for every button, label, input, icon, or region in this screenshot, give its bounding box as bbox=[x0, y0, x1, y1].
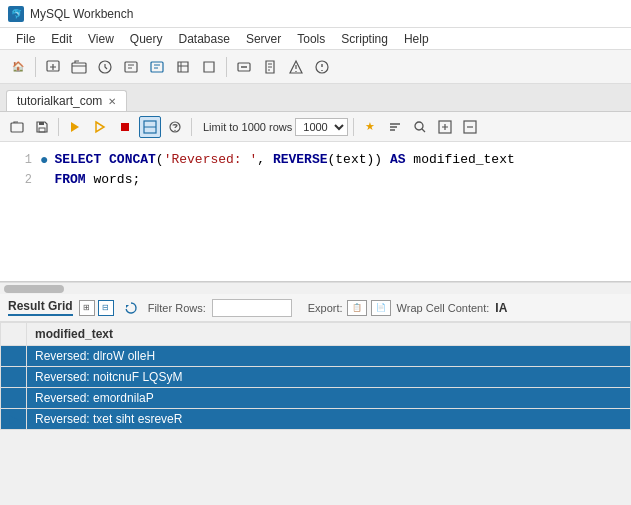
tb-btn4[interactable] bbox=[119, 55, 143, 79]
app-icon: 🐬 bbox=[8, 6, 24, 22]
menu-scripting[interactable]: Scripting bbox=[333, 30, 396, 48]
menu-file[interactable]: File bbox=[8, 30, 43, 48]
toggle-output-button[interactable] bbox=[139, 116, 161, 138]
tb-btn9[interactable] bbox=[258, 55, 282, 79]
line-content-2: FROM words; bbox=[54, 170, 140, 190]
editor-empty-space[interactable] bbox=[0, 190, 631, 270]
query-toolbar: Limit to 1000 rows 1000 500 200 100 ★ bbox=[0, 112, 631, 142]
menu-view[interactable]: View bbox=[80, 30, 122, 48]
export-csv-icon[interactable]: 📋 bbox=[347, 300, 367, 316]
result-grid-tab[interactable]: Result Grid bbox=[8, 299, 73, 316]
tb-btn10[interactable] bbox=[284, 55, 308, 79]
svg-rect-9 bbox=[39, 122, 44, 125]
export-label: Export: bbox=[308, 302, 343, 314]
result-row-1[interactable]: Reversed: dlroW olleH bbox=[1, 346, 631, 367]
result-cell-3: Reversed: emordnilaP bbox=[27, 388, 631, 409]
filter-rows-input[interactable] bbox=[212, 299, 292, 317]
form-icon[interactable]: ⊟ bbox=[98, 300, 114, 316]
column-header-modified-text: modified_text bbox=[27, 323, 631, 346]
execute-selection-button[interactable] bbox=[89, 116, 111, 138]
grid-icon[interactable]: ⊞ bbox=[79, 300, 95, 316]
tb-btn7[interactable] bbox=[197, 55, 221, 79]
tab-close-button[interactable]: ✕ bbox=[108, 96, 116, 107]
qt-sep-2 bbox=[191, 118, 192, 136]
menu-database[interactable]: Database bbox=[171, 30, 238, 48]
result-panel: Result Grid ⊞ ⊟ Filter Rows: Export: 📋 📄… bbox=[0, 294, 631, 430]
row-number-header bbox=[1, 323, 27, 346]
svg-rect-8 bbox=[39, 128, 45, 132]
home-button[interactable]: 🏠 bbox=[6, 55, 30, 79]
title-bar: 🐬 MySQL Workbench bbox=[0, 0, 631, 28]
stop-button[interactable] bbox=[114, 116, 136, 138]
menu-help[interactable]: Help bbox=[396, 30, 437, 48]
toolbar-separator-1 bbox=[35, 57, 36, 77]
scroll-thumb-horizontal[interactable] bbox=[4, 285, 64, 293]
tb-btn8[interactable] bbox=[232, 55, 256, 79]
line-number-2: 2 bbox=[8, 170, 32, 190]
export-other-icon[interactable]: 📄 bbox=[371, 300, 391, 316]
menu-edit[interactable]: Edit bbox=[43, 30, 80, 48]
result-cell-4: Reversed: txet siht esreveR bbox=[27, 409, 631, 430]
menu-query[interactable]: Query bbox=[122, 30, 171, 48]
row-indicator-2 bbox=[1, 367, 27, 388]
filter-rows-label: Filter Rows: bbox=[148, 302, 206, 314]
row-indicator-4: ▶ bbox=[1, 409, 27, 430]
new-connection-button[interactable] bbox=[41, 55, 65, 79]
query-tab[interactable]: tutorialkart_com ✕ bbox=[6, 90, 127, 111]
svg-point-16 bbox=[415, 122, 423, 130]
svg-rect-3 bbox=[125, 62, 137, 72]
bookmark-button[interactable]: ★ bbox=[359, 116, 381, 138]
execute-button[interactable] bbox=[64, 116, 86, 138]
app-title: MySQL Workbench bbox=[30, 7, 133, 21]
row-indicator-3 bbox=[1, 388, 27, 409]
export-section: Export: 📋 📄 bbox=[308, 300, 391, 316]
result-row-2[interactable]: Reversed: noitcnuF LQSyM bbox=[1, 367, 631, 388]
svg-rect-1 bbox=[72, 63, 86, 73]
wrap-cell-icon[interactable]: IA bbox=[495, 301, 507, 315]
limit-select-dropdown[interactable]: 1000 500 200 100 bbox=[295, 118, 348, 136]
result-tab-icons: ⊞ ⊟ bbox=[79, 300, 114, 316]
refresh-result-button[interactable] bbox=[120, 297, 142, 319]
limit-label: Limit to 1000 rows bbox=[203, 121, 292, 133]
main-toolbar: 🏠 bbox=[0, 50, 631, 84]
line-indicator-1: ● bbox=[40, 150, 48, 170]
editor-scrollbar-horizontal[interactable] bbox=[0, 282, 631, 294]
toolbar-separator-2 bbox=[226, 57, 227, 77]
tb-btn6[interactable] bbox=[171, 55, 195, 79]
format-button[interactable] bbox=[384, 116, 406, 138]
tab-label: tutorialkart_com bbox=[17, 94, 102, 108]
limit-rows-control: Limit to 1000 rows 1000 500 200 100 bbox=[203, 118, 348, 136]
svg-point-15 bbox=[174, 129, 175, 130]
tab-bar: tutorialkart_com ✕ bbox=[0, 84, 631, 112]
menu-tools[interactable]: Tools bbox=[289, 30, 333, 48]
tb-btn5[interactable] bbox=[145, 55, 169, 79]
qt-sep-3 bbox=[353, 118, 354, 136]
svg-rect-4 bbox=[151, 62, 163, 72]
svg-marker-11 bbox=[96, 122, 104, 132]
svg-rect-12 bbox=[121, 123, 129, 131]
sql-editor[interactable]: 1 ● SELECT CONCAT('Reversed: ', REVERSE(… bbox=[0, 142, 631, 282]
qt-sep-1 bbox=[58, 118, 59, 136]
svg-marker-19 bbox=[126, 305, 129, 308]
result-cell-1: Reversed: dlroW olleH bbox=[27, 346, 631, 367]
explain-button[interactable] bbox=[164, 116, 186, 138]
result-table: modified_text Reversed: dlroW olleH Reve… bbox=[0, 322, 631, 430]
tb-btn11[interactable] bbox=[310, 55, 334, 79]
open-file-button[interactable] bbox=[6, 116, 28, 138]
wrap-cell-label: Wrap Cell Content: bbox=[397, 302, 490, 314]
collapse-button[interactable] bbox=[434, 116, 456, 138]
result-row-3[interactable]: Reversed: emordnilaP bbox=[1, 388, 631, 409]
row-indicator-1 bbox=[1, 346, 27, 367]
expand-button[interactable] bbox=[459, 116, 481, 138]
menu-server[interactable]: Server bbox=[238, 30, 289, 48]
editor-line-1: 1 ● SELECT CONCAT('Reversed: ', REVERSE(… bbox=[0, 150, 631, 170]
search-button[interactable] bbox=[409, 116, 431, 138]
result-cell-2: Reversed: noitcnuF LQSyM bbox=[27, 367, 631, 388]
line-content-1: SELECT CONCAT('Reversed: ', REVERSE(text… bbox=[54, 150, 514, 170]
line-number-1: 1 bbox=[8, 150, 32, 170]
tb-btn3[interactable] bbox=[93, 55, 117, 79]
svg-marker-10 bbox=[71, 122, 79, 132]
open-button[interactable] bbox=[67, 55, 91, 79]
save-file-button[interactable] bbox=[31, 116, 53, 138]
result-row-4[interactable]: ▶ Reversed: txet siht esreveR bbox=[1, 409, 631, 430]
